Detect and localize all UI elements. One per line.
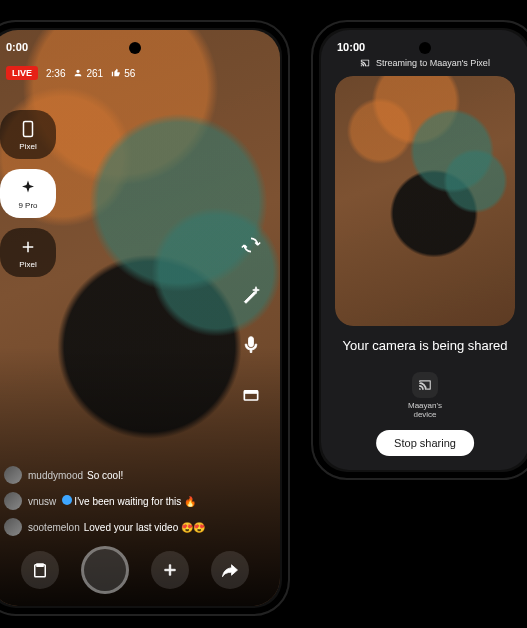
comment-user: vnusw <box>28 496 56 507</box>
clipboard-button[interactable] <box>21 551 59 589</box>
phone-sharing: 10:00 Streaming to Maayan's Pixel Your c… <box>311 20 527 480</box>
live-comments: muddymoodSo cool! vnuswI've been waiting… <box>4 466 220 536</box>
avatar <box>4 518 22 536</box>
share-icon <box>221 561 239 579</box>
plus-icon <box>161 561 179 579</box>
status-time: 10:00 <box>337 41 365 53</box>
cast-icon <box>360 58 370 68</box>
share-button[interactable] <box>211 551 249 589</box>
camera-source-9pro[interactable]: 9 Pro <box>0 169 56 218</box>
thumbs-up-icon <box>111 68 121 78</box>
camera-feed <box>335 76 515 326</box>
card-icon <box>241 385 261 405</box>
streaming-label: Streaming to Maayan's Pixel <box>376 58 490 68</box>
device-chip[interactable]: Maayan's device <box>408 372 442 420</box>
right-controls <box>236 230 266 410</box>
comment-text: So cool! <box>87 470 123 481</box>
device-label: Maayan's device <box>408 402 442 420</box>
svg-rect-0 <box>24 122 33 137</box>
mic-button[interactable] <box>236 330 266 360</box>
camera-source-pixel[interactable]: Pixel <box>0 110 56 159</box>
mic-icon <box>241 335 261 355</box>
comment-row: muddymoodSo cool! <box>4 466 220 484</box>
comment-row: vnuswI've been waiting for this 🔥 <box>4 492 220 510</box>
flip-camera-button[interactable] <box>236 230 266 260</box>
svg-rect-2 <box>244 391 257 394</box>
cast-icon <box>418 378 432 392</box>
viewer-count: 261 <box>73 68 103 79</box>
rail-label: Pixel <box>19 142 36 151</box>
avatar <box>4 466 22 484</box>
rail-label: 9 Pro <box>18 201 37 210</box>
stream-duration: 2:36 <box>46 68 65 79</box>
camera-preview <box>335 76 515 326</box>
camera-source-rail: Pixel 9 Pro Pixel <box>0 110 56 277</box>
stream-header: LIVE 2:36 261 56 <box>0 66 280 80</box>
streaming-indicator: Streaming to Maayan's Pixel <box>321 58 527 68</box>
camera-punchhole <box>419 42 431 54</box>
camera-source-add[interactable]: Pixel <box>0 228 56 277</box>
add-effect-button[interactable] <box>151 551 189 589</box>
avatar <box>4 492 22 510</box>
comment-text: Loved your last video 😍😍 <box>84 522 205 533</box>
comment-row: sootemelonLoved your last video 😍😍 <box>4 518 220 536</box>
comment-text: I've been waiting for this 🔥 <box>74 496 196 507</box>
more-button[interactable] <box>236 380 266 410</box>
stop-sharing-button[interactable]: Stop sharing <box>376 430 474 456</box>
wand-icon <box>241 285 261 305</box>
sparkle-icon <box>19 179 37 197</box>
screen: 10:00 Streaming to Maayan's Pixel Your c… <box>321 30 527 470</box>
filters-button[interactable] <box>236 280 266 310</box>
camera-punchhole <box>129 42 141 54</box>
bottom-toolbar <box>0 546 280 594</box>
screen: 0:00 LIVE 2:36 261 56 Pixel <box>0 30 280 606</box>
comment-user: muddymood <box>28 470 83 481</box>
share-title: Your camera is being shared <box>321 338 527 353</box>
phone-streaming: 0:00 LIVE 2:36 261 56 Pixel <box>0 20 290 616</box>
person-icon <box>73 68 83 78</box>
like-count: 56 <box>111 68 135 79</box>
flip-camera-icon <box>241 235 261 255</box>
clipboard-icon <box>31 561 49 579</box>
rail-label: Pixel <box>19 260 36 269</box>
live-badge: LIVE <box>6 66 38 80</box>
phone-frame-icon <box>19 120 37 138</box>
comment-user: sootemelon <box>28 522 80 533</box>
verified-badge-icon <box>62 495 72 505</box>
plus-icon <box>19 238 37 256</box>
status-time: 0:00 <box>6 41 28 53</box>
shutter-button[interactable] <box>81 546 129 594</box>
